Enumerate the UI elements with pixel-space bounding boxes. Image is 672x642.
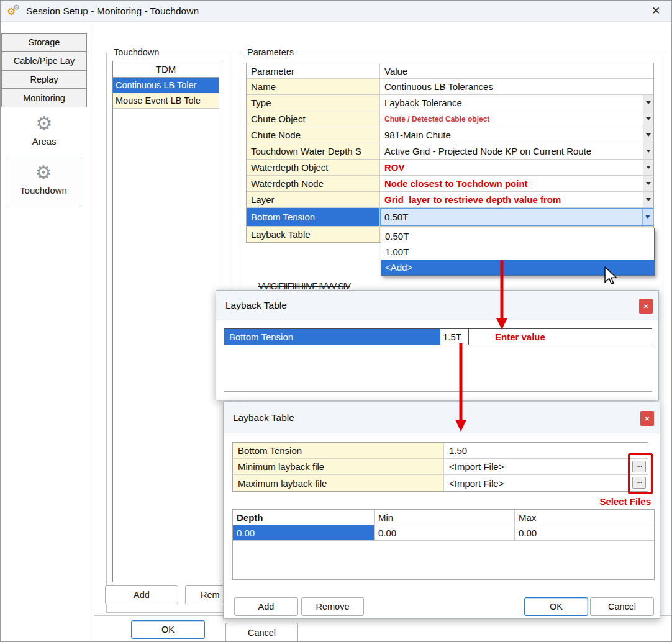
min-col-header: Min	[375, 510, 515, 525]
param-row-chute-object: Chute Object Chute / Detected Cable obje…	[247, 111, 653, 127]
add-button[interactable]: Add	[105, 585, 178, 604]
depth-data-row[interactable]: 0.00 0.00 0.00	[233, 525, 654, 541]
gear-icon: ⚙	[36, 114, 53, 133]
sidebar-areas[interactable]: ⚙ Areas	[13, 114, 75, 147]
depth-header-row: Depth Min Max	[233, 510, 654, 525]
param-value-cell[interactable]: Active Grid - Projected Node KP on Curre…	[380, 143, 653, 159]
tdm-list-header: TDM	[113, 61, 219, 78]
ok-button[interactable]: OK	[524, 597, 588, 616]
content-divider	[94, 28, 94, 642]
param-value-cell[interactable]: 1.50	[444, 443, 648, 458]
caret-down-icon	[646, 150, 651, 153]
tension-combo-open[interactable]: 0.50T	[380, 208, 653, 226]
parameters-table: Parameter Value Name Continuous LB Toler…	[246, 63, 654, 243]
param-row-waterdepth-object: Waterdepth Object ROV	[247, 160, 653, 176]
select-files-highlight-box	[628, 453, 653, 494]
caret-down-icon	[646, 117, 651, 120]
enter-value-annotation: Enter value	[495, 332, 545, 342]
session-setup-window: ⚙ ⚙ Session Setup - Monitoring - Touchdo…	[0, 0, 672, 642]
param-value-text: Chute / Detected Cable object	[384, 115, 489, 124]
list-item-mouse-event-lb[interactable]: Mouse Event LB Tole	[113, 93, 219, 109]
layback-dialog-full: Layback Table ✕ Bottom Tension 1.50 Mini…	[223, 402, 660, 619]
sidebar-tab-cable-pipe-lay[interactable]: Cable/Pipe Lay	[1, 52, 87, 70]
sidebar-tab-storage[interactable]: Storage	[1, 33, 87, 52]
dropdown-arrow-button[interactable]	[643, 192, 653, 207]
tension-dropdown-list[interactable]: 0.50T 1.00T <Add>	[381, 228, 655, 276]
param-value-text: 981-Main Chute	[384, 130, 451, 140]
param-value-cell[interactable]: ROV	[380, 160, 653, 175]
caret-down-icon	[645, 215, 650, 219]
dropdown-arrow-button[interactable]	[643, 160, 653, 175]
param-name-cell: Chute Node	[247, 127, 380, 143]
param-row-layer: Layer Grid_layer to restrieve depth valu…	[247, 192, 653, 208]
param-value-cell[interactable]: 981-Main Chute	[380, 127, 653, 143]
bottom-tension-edit-row: Bottom Tension 1.5T Enter value	[224, 328, 652, 345]
remove-button[interactable]: Remove	[301, 597, 364, 616]
param-row-name: Name Continuous LB Tolerances	[247, 79, 653, 95]
footer-cancel-button[interactable]: Cancel	[225, 623, 298, 642]
param-value-text: 1.50	[449, 445, 467, 456]
param-row-waterdepth-node: Waterdepth Node Node closest to Tochdown…	[247, 176, 653, 192]
window-titlebar: ⚙ ⚙ Session Setup - Monitoring - Touchdo…	[1, 1, 671, 22]
dialog-title: Layback Table	[225, 300, 287, 311]
dialog-titlebar[interactable]: Layback Table ✕	[216, 291, 658, 320]
param-value-cell[interactable]: Continuous LB Tolerances	[380, 79, 653, 94]
gear-gray-icon: ⚙	[13, 4, 20, 11]
add-button[interactable]: Add	[234, 597, 298, 616]
param-value-text: <Import File>	[449, 461, 504, 472]
cancel-button[interactable]: Cancel	[590, 597, 654, 616]
param-value-cell[interactable]: Grid_layer to restrieve depth value from	[380, 192, 653, 207]
row-max-layback-file: Maximum layback file <Import File> ...	[233, 475, 648, 491]
dropdown-arrow-button[interactable]	[643, 95, 653, 111]
footer-ok-button[interactable]: OK	[131, 620, 205, 639]
dropdown-option-100[interactable]: 1.00T	[381, 244, 654, 260]
max-cell[interactable]: 0.00	[515, 525, 654, 540]
param-value-text: <Import File>	[449, 478, 504, 489]
param-value-text: Continuous LB Tolerances	[384, 81, 493, 92]
param-header-row: Parameter Value	[247, 63, 653, 79]
tension-value-input[interactable]: 1.5T	[440, 329, 469, 345]
tdm-list[interactable]: TDM Continuous LB Toler Mouse Event LB T…	[112, 61, 219, 582]
dropdown-option-050[interactable]: 0.50T	[381, 228, 654, 244]
depth-cell[interactable]: 0.00	[233, 525, 375, 540]
param-name-cell: Layer	[247, 192, 380, 207]
dialog-close-button[interactable]: ✕	[639, 299, 653, 314]
param-value-cell[interactable]: Chute / Detected Cable object	[380, 111, 653, 127]
layback-dialog-edit: Layback Table ✕ Bottom Tension 1.5T Ente…	[216, 290, 659, 400]
param-col-header-parameter: Parameter	[247, 63, 380, 78]
dropdown-option-add[interactable]: <Add>	[381, 260, 654, 275]
window-title: Session Setup - Monitoring - Touchdown	[26, 6, 199, 17]
row-bottom-tension: Bottom Tension 1.50	[233, 443, 648, 459]
dropdown-arrow-button[interactable]	[643, 111, 653, 127]
param-value-text: Active Grid - Projected Node KP on Curre…	[384, 146, 591, 156]
parameters-group-label: Parameters	[245, 47, 296, 57]
list-item-continuous-lb[interactable]: Continuous LB Toler	[113, 78, 219, 93]
sidebar-tab-monitoring[interactable]: Monitoring	[1, 89, 87, 107]
dialog-titlebar[interactable]: Layback Table ✕	[224, 402, 660, 433]
min-cell[interactable]: 0.00	[375, 525, 515, 540]
dropdown-arrow-button[interactable]	[642, 209, 653, 225]
param-name-cell: Bottom Tension	[247, 208, 380, 226]
dialog-close-button[interactable]: ✕	[640, 411, 654, 426]
param-value-cell[interactable]: <Import File> ...	[444, 475, 648, 491]
param-value-cell[interactable]: Node closest to Tochdown point	[380, 176, 653, 191]
param-name-cell: Layback Table	[247, 227, 380, 242]
value-entry-area[interactable]: Enter value	[469, 329, 652, 345]
param-name-cell: Minimum layback file	[233, 459, 444, 474]
param-value-text: ROV	[384, 162, 405, 173]
sidebar-tab-replay[interactable]: Replay	[1, 70, 87, 89]
window-close-button[interactable]: ✕	[647, 4, 665, 17]
param-name-cell: Waterdepth Object	[247, 160, 380, 175]
gear-icon: ⚙	[35, 163, 52, 182]
param-value-cell[interactable]: <Import File> ...	[444, 459, 648, 474]
sidebar-touchdown[interactable]: ⚙ Touchdown	[6, 158, 81, 207]
dropdown-arrow-button[interactable]	[643, 127, 653, 143]
row-label-cell: Bottom Tension	[224, 329, 440, 345]
touchdown-group-label: Touchdown	[111, 47, 161, 57]
dropdown-arrow-button[interactable]	[643, 176, 653, 191]
select-files-annotation: Select Files	[599, 496, 651, 507]
depth-col-header: Depth	[233, 510, 375, 525]
param-value-cell[interactable]: Layback Tolerance	[380, 95, 653, 111]
caret-down-icon	[646, 182, 651, 185]
dropdown-arrow-button[interactable]	[643, 143, 653, 159]
